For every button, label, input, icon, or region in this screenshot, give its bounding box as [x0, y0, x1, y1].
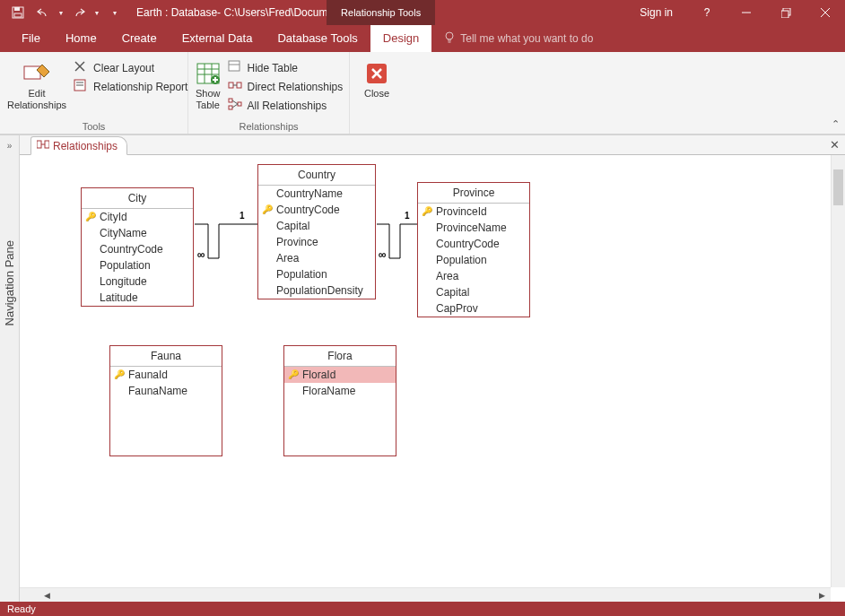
document-tab-relationships[interactable]: Relationships	[30, 136, 127, 155]
direct-relationships-label: Direct Relationships	[248, 81, 344, 93]
group-relationships-label: Relationships	[196, 119, 342, 134]
svg-rect-31	[229, 106, 232, 109]
status-bar: Ready	[0, 602, 845, 616]
rel-cardinality-many: ∞	[197, 248, 205, 261]
table-row: 🔑CountryCode	[258, 202, 375, 218]
all-relationships-icon	[228, 98, 242, 113]
show-table-button[interactable]: Show Table	[196, 56, 221, 111]
table-fauna[interactable]: Fauna 🔑FaunaId FaunaName	[109, 345, 222, 456]
svg-rect-39	[45, 141, 49, 148]
svg-rect-25	[229, 61, 240, 71]
ribbon-tab-strip: File Home Create External Data Database …	[0, 25, 845, 52]
table-flora[interactable]: Flora 🔑FloraId FloraName	[283, 345, 396, 456]
close-button-label: Close	[364, 88, 389, 100]
table-row: Province	[258, 234, 375, 250]
group-tools-label: Tools	[7, 119, 180, 134]
table-title: Country	[258, 165, 375, 186]
direct-relationships-button[interactable]: Direct Relationships	[224, 78, 347, 95]
rel-cardinality-many: ∞	[379, 248, 387, 261]
horizontal-scrollbar[interactable]: ◀ ▶	[20, 587, 831, 602]
show-table-icon	[196, 59, 220, 88]
table-row: Area	[258, 250, 375, 266]
navigation-pane[interactable]: » Navigation Pane	[0, 135, 20, 602]
scroll-right-icon[interactable]: ▶	[815, 588, 829, 602]
table-row: FaunaName	[110, 383, 222, 399]
table-row: CountryCode	[418, 236, 529, 252]
table-row: Longitude	[82, 273, 193, 290]
table-row: CountryName	[258, 186, 375, 202]
clear-layout-button[interactable]: Clear Layout	[70, 59, 191, 76]
undo-icon[interactable]	[32, 2, 54, 23]
all-relationships-label: All Relationships	[248, 100, 327, 112]
key-icon: 🔑	[262, 203, 273, 217]
redo-icon[interactable]	[68, 2, 90, 23]
undo-dropdown-icon[interactable]: ▼	[57, 2, 65, 23]
minimize-icon[interactable]	[727, 0, 766, 25]
clear-layout-label: Clear Layout	[93, 62, 154, 74]
table-row: Area	[418, 268, 529, 284]
sign-in-link[interactable]: Sign in	[625, 6, 687, 19]
direct-relationships-icon	[228, 79, 242, 94]
ribbon: Edit Relationships Clear Layout Relation…	[0, 52, 845, 134]
svg-rect-27	[229, 82, 233, 88]
close-button[interactable]: Close	[357, 56, 396, 100]
svg-line-33	[232, 100, 238, 104]
key-icon: 🔑	[114, 368, 125, 382]
svg-rect-32	[238, 102, 241, 106]
tell-me-search[interactable]: Tell me what you want to do	[444, 25, 593, 52]
rel-cardinality-one: 1	[405, 211, 410, 221]
edit-relationships-button[interactable]: Edit Relationships	[7, 56, 66, 111]
table-row: Capital	[258, 218, 375, 234]
tab-home[interactable]: Home	[53, 25, 109, 52]
hide-table-label: Hide Table	[248, 62, 298, 74]
qat-customize-icon[interactable]: ▾	[104, 2, 126, 23]
titlebar: ▼ ▼ ▾ Earth : Database- C:\Users\Fred\Do…	[0, 0, 845, 25]
table-country[interactable]: Country CountryName 🔑CountryCode Capital…	[257, 164, 376, 299]
close-icon[interactable]	[806, 0, 845, 25]
svg-rect-5	[781, 11, 788, 18]
window-title: Earth : Database- C:\Users\Fred\Docume..…	[126, 6, 327, 19]
key-icon: 🔑	[288, 368, 299, 382]
restore-icon[interactable]	[766, 0, 806, 25]
scroll-left-icon[interactable]: ◀	[39, 588, 54, 602]
tab-file[interactable]: File	[9, 25, 53, 52]
redo-dropdown-icon[interactable]: ▼	[93, 2, 100, 23]
table-row: Population	[82, 257, 193, 273]
table-row: 🔑FloraId	[284, 367, 396, 383]
hide-table-button[interactable]: Hide Table	[224, 59, 347, 76]
svg-line-34	[232, 104, 238, 108]
collapse-ribbon-icon[interactable]: ⌃	[832, 118, 840, 130]
svg-rect-2	[14, 13, 22, 17]
relationship-report-icon	[74, 79, 88, 94]
svg-rect-1	[14, 7, 20, 11]
table-row: ProvinceName	[418, 220, 529, 236]
relationships-tab-icon	[37, 139, 49, 152]
table-row: 🔑ProvinceId	[418, 204, 529, 220]
save-icon[interactable]	[7, 2, 29, 23]
relationship-report-button[interactable]: Relationship Report	[70, 78, 191, 95]
tab-database-tools[interactable]: Database Tools	[265, 25, 370, 52]
document-close-icon[interactable]: ✕	[830, 138, 840, 152]
vertical-scrollbar[interactable]	[831, 155, 845, 587]
tab-design[interactable]: Design	[370, 25, 431, 52]
tab-create[interactable]: Create	[109, 25, 170, 52]
clear-layout-icon	[74, 60, 88, 75]
all-relationships-button[interactable]: All Relationships	[224, 97, 347, 114]
table-city[interactable]: City 🔑CityId CityName CountryCode Popula…	[81, 187, 194, 307]
navpane-expand-icon[interactable]: »	[7, 141, 13, 151]
tab-external-data[interactable]: External Data	[170, 25, 266, 52]
table-row: Population	[418, 252, 529, 268]
status-text: Ready	[7, 603, 36, 614]
table-province[interactable]: Province 🔑ProvinceId ProvinceName Countr…	[417, 182, 530, 317]
help-icon[interactable]: ?	[687, 0, 727, 25]
table-title: Fauna	[110, 346, 222, 367]
document-tab-bar: Relationships ✕	[20, 135, 845, 155]
relationships-canvas[interactable]: 1 ∞ 1 ∞ City 🔑CityId CityName CountryCod…	[20, 155, 845, 602]
edit-relationships-icon	[22, 59, 51, 88]
svg-rect-28	[237, 82, 241, 88]
table-row: CityName	[82, 225, 193, 241]
table-title: City	[82, 188, 193, 209]
show-table-label: Show Table	[196, 88, 221, 111]
table-row: Population	[258, 266, 375, 282]
navigation-pane-label: Navigation Pane	[3, 240, 16, 325]
